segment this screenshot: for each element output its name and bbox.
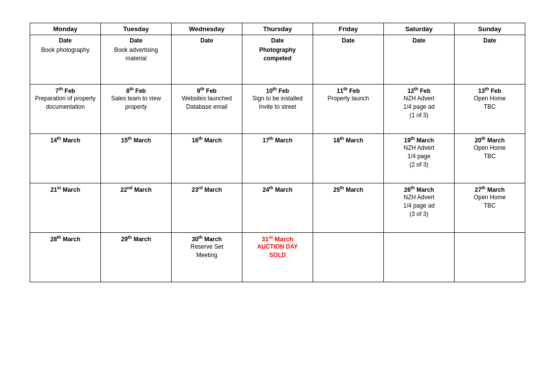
cell-date: 7th Feb xyxy=(33,87,97,94)
calendar-cell: 30th MarchReserve SetMeeting xyxy=(172,233,242,282)
calendar-cell: 25th March xyxy=(313,183,384,233)
cell-date: 26th March xyxy=(387,185,451,193)
cell-content: Sign to be installedInvite to street xyxy=(245,94,310,111)
calendar-cell: 14th March xyxy=(30,134,101,183)
calendar-cell: 11th FebProperty launch xyxy=(313,85,384,134)
column-header: Wednesday xyxy=(172,23,242,35)
cell-date: 11th Feb xyxy=(316,87,380,94)
calendar-table: MondayTuesdayWednesdayThursdayFridaySatu… xyxy=(30,23,525,282)
calendar-cell: 29th March xyxy=(101,233,172,282)
calendar-row: 21st March22nd March23rd March24th March… xyxy=(30,183,525,233)
cell-date-label: Date xyxy=(316,37,380,44)
calendar-cell: Date xyxy=(455,35,525,85)
calendar-cell: Date xyxy=(384,35,455,85)
cell-date: 19th March xyxy=(387,136,451,144)
calendar-cell: Date xyxy=(172,35,242,85)
cell-content: Open HomeTBC xyxy=(458,144,522,161)
cell-date: 15th March xyxy=(104,136,168,144)
cell-date: 27th March xyxy=(458,185,522,193)
calendar-row: 7th FebPreparation of property documenta… xyxy=(30,85,525,134)
calendar-cell: 28th March xyxy=(30,233,101,282)
cell-content: AUCTION DAYSOLD xyxy=(245,243,310,260)
cell-content: Preparation of property documentation xyxy=(33,94,97,111)
cell-content: Open HomeTBC xyxy=(458,94,522,111)
calendar-cell: 17th March xyxy=(242,134,313,183)
calendar-cell: 7th FebPreparation of property documenta… xyxy=(30,85,101,134)
cell-date: 13th Feb xyxy=(458,87,522,94)
cell-content: NZH Advert1/4 page ad(1 of 3) xyxy=(387,94,451,119)
calendar-cell: Date xyxy=(313,35,384,85)
cell-content: NZH Advert1/4 page ad(3 of 3) xyxy=(387,193,451,218)
column-header: Tuesday xyxy=(101,23,172,35)
column-header: Thursday xyxy=(242,23,313,35)
column-header: Saturday xyxy=(384,23,455,35)
cell-date: 21st March xyxy=(33,185,97,193)
calendar-cell: 16th March xyxy=(172,134,242,183)
calendar-cell: 23rd March xyxy=(172,183,242,233)
cell-date: 28th March xyxy=(33,235,97,243)
cell-date: 14th March xyxy=(33,136,97,144)
cell-date: 17th March xyxy=(245,136,310,144)
cell-date: 9th Feb xyxy=(175,87,239,94)
calendar-cell: 22nd March xyxy=(101,183,172,233)
calendar-row: 14th March15th March16th March17th March… xyxy=(30,134,525,183)
cell-content: Book photography xyxy=(33,46,97,54)
cell-content: Book advertising material xyxy=(104,46,168,63)
cell-content: Websites launchedDatabase email xyxy=(175,94,239,111)
cell-content: Photography competed xyxy=(245,46,310,63)
calendar-cell: 20th MarchOpen HomeTBC xyxy=(455,134,525,183)
cell-date: 22nd March xyxy=(104,185,168,193)
cell-date-label: Date xyxy=(458,37,522,44)
cell-date: 18th March xyxy=(316,136,380,144)
cell-date-label: Date xyxy=(245,37,310,44)
calendar-cell: DateBook advertising material xyxy=(101,35,172,85)
calendar-cell xyxy=(384,233,455,282)
cell-content: Property launch xyxy=(316,94,380,103)
calendar-cell: 19th MarchNZH Advert1/4 page(2 of 3) xyxy=(384,134,455,183)
cell-content: Sales team to view property xyxy=(104,94,168,111)
cell-content: Reserve SetMeeting xyxy=(175,243,239,260)
cell-date: 23rd March xyxy=(175,185,239,193)
calendar-row: 28th March29th March30th MarchReserve Se… xyxy=(30,233,525,282)
calendar-cell: 10th FebSign to be installedInvite to st… xyxy=(242,85,313,134)
cell-date: 20th March xyxy=(458,136,522,144)
calendar-cell: DateBook photography xyxy=(30,35,101,85)
calendar-cell: 26th MarchNZH Advert1/4 page ad(3 of 3) xyxy=(384,183,455,233)
column-header: Monday xyxy=(30,23,101,35)
cell-date-label: Date xyxy=(175,37,239,44)
calendar-cell: 15th March xyxy=(101,134,172,183)
cell-content: Open HomeTBC xyxy=(458,193,522,210)
cell-date: 12th Feb xyxy=(387,87,451,94)
calendar-cell: 24th March xyxy=(242,183,313,233)
column-headers-row: MondayTuesdayWednesdayThursdayFridaySatu… xyxy=(30,23,525,35)
calendar-cell: 27th MarchOpen HomeTBC xyxy=(455,183,525,233)
cell-date-label: Date xyxy=(33,37,97,44)
cell-date-label: Date xyxy=(104,37,168,44)
calendar-cell: 31st MarchAUCTION DAYSOLD xyxy=(242,233,313,282)
calendar-cell: 8th FebSales team to view property xyxy=(101,85,172,134)
cell-content: NZH Advert1/4 page(2 of 3) xyxy=(387,144,451,169)
cell-date: 10th Feb xyxy=(245,87,310,94)
calendar-cell xyxy=(455,233,525,282)
cell-date-label: Date xyxy=(387,37,451,44)
cell-date: 24th March xyxy=(245,185,310,193)
calendar-cell xyxy=(313,233,384,282)
calendar-cell: 9th FebWebsites launchedDatabase email xyxy=(172,85,242,134)
calendar-cell: 12th FebNZH Advert1/4 page ad(1 of 3) xyxy=(384,85,455,134)
column-header: Sunday xyxy=(455,23,525,35)
calendar-cell: 18th March xyxy=(313,134,384,183)
calendar-row: DateBook photographyDateBook advertising… xyxy=(30,35,525,85)
cell-date: 25th March xyxy=(316,185,380,193)
cell-date: 31st March xyxy=(245,235,310,243)
calendar-cell: 13th FebOpen HomeTBC xyxy=(455,85,525,134)
cell-date: 16th March xyxy=(175,136,239,144)
cell-date: 8th Feb xyxy=(104,87,168,94)
calendar-cell: 21st March xyxy=(30,183,101,233)
cell-date: 30th March xyxy=(175,235,239,243)
calendar-cell: DatePhotography competed xyxy=(242,35,313,85)
cell-date: 29th March xyxy=(104,235,168,243)
column-header: Friday xyxy=(313,23,384,35)
